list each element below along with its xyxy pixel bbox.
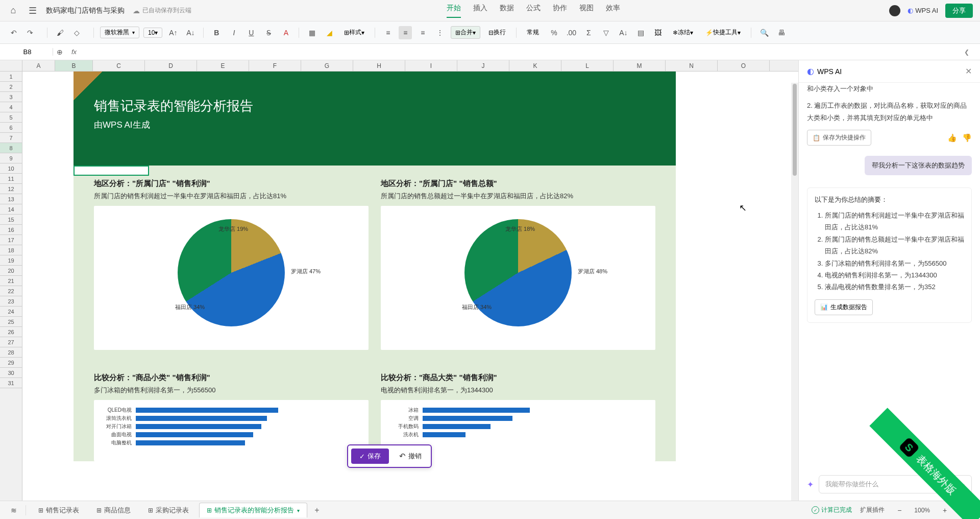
save-button[interactable]: 保存 xyxy=(351,449,389,464)
col-header[interactable]: B xyxy=(55,60,93,71)
align-left-icon[interactable]: ≡ xyxy=(381,26,395,39)
merge-button[interactable]: ⊞ 合并 ▾ xyxy=(451,26,480,39)
align-justify-icon[interactable]: ⋮ xyxy=(433,26,447,39)
row-header[interactable]: 29 xyxy=(0,358,22,368)
sort-icon[interactable]: A↓ xyxy=(617,26,630,39)
row-header[interactable]: 23 xyxy=(0,296,22,306)
clear-format-icon[interactable]: ◇ xyxy=(70,26,83,39)
conditional-format-icon[interactable]: ▤ xyxy=(634,26,647,39)
row-header[interactable]: 5 xyxy=(0,112,22,123)
format-painter-icon[interactable]: 🖌 xyxy=(54,26,67,39)
row-header[interactable]: 11 xyxy=(0,174,22,184)
italic-icon[interactable]: I xyxy=(227,26,240,39)
font-selector[interactable]: 微软雅黑 xyxy=(100,27,139,38)
magic-icon[interactable]: ✦ xyxy=(807,480,814,489)
quick-tools-button[interactable]: ⚡ 快捷工具 ▾ xyxy=(701,27,745,38)
thumbs-down-icon[interactable]: 👎 xyxy=(962,133,972,143)
col-header[interactable]: E xyxy=(197,60,249,71)
row-header[interactable]: 2 xyxy=(0,82,22,92)
sheet-tab[interactable]: 商品信息 xyxy=(89,503,138,517)
font-color-icon[interactable]: A xyxy=(279,26,292,39)
col-header[interactable]: O xyxy=(718,60,770,71)
avatar[interactable] xyxy=(889,5,900,16)
close-icon[interactable]: ✕ xyxy=(965,66,972,76)
zoom-fit-icon[interactable]: ⊕ xyxy=(53,45,66,59)
sheet-tab[interactable]: 采购记录表 xyxy=(141,503,196,517)
cell-reference[interactable]: B8 xyxy=(7,48,53,56)
formula-input[interactable] xyxy=(82,48,961,56)
strike-icon[interactable]: S̶ xyxy=(262,26,275,39)
print-icon[interactable]: 🖶 xyxy=(775,26,788,39)
align-right-icon[interactable]: ≡ xyxy=(416,26,429,39)
save-quick-op-button[interactable]: 保存为快捷操作 xyxy=(807,130,871,146)
col-header[interactable]: N xyxy=(666,60,718,71)
row-header[interactable]: 30 xyxy=(0,368,22,378)
col-header[interactable]: H xyxy=(353,60,405,71)
cell-style-button[interactable]: ⊞ 样式 ▾ xyxy=(340,27,369,38)
align-center-icon[interactable]: ≡ xyxy=(399,26,412,39)
row-header[interactable]: 26 xyxy=(0,327,22,337)
freeze-button[interactable]: ❄ 冻结 ▾ xyxy=(669,27,697,38)
vertical-scrollbar[interactable] xyxy=(791,83,798,501)
undo-button[interactable]: 撤销 xyxy=(393,449,428,464)
row-header[interactable]: 18 xyxy=(0,245,22,255)
row-header[interactable]: 27 xyxy=(0,337,22,347)
font-decrease-icon[interactable]: A↓ xyxy=(184,26,197,39)
sheet-tab[interactable]: 销售记录表 xyxy=(31,503,86,517)
layers-icon[interactable]: ≋ xyxy=(7,504,20,517)
percent-icon[interactable]: % xyxy=(547,26,560,39)
filter-icon[interactable]: ▽ xyxy=(599,26,612,39)
col-header[interactable]: G xyxy=(301,60,353,71)
col-header[interactable]: C xyxy=(93,60,145,71)
row-header[interactable]: 7 xyxy=(0,133,22,143)
borders-icon[interactable]: ▦ xyxy=(305,26,318,39)
tab-collab[interactable]: 协作 xyxy=(553,4,567,18)
row-header[interactable]: 8 xyxy=(0,143,22,153)
wps-ai-button[interactable]: WPS AI xyxy=(908,7,938,14)
sheet-tab-active[interactable]: 销售记录表的智能分析报告 xyxy=(199,503,307,517)
row-header[interactable]: 10 xyxy=(0,163,22,174)
row-header[interactable]: 16 xyxy=(0,225,22,235)
col-header[interactable]: L xyxy=(561,60,614,71)
extend-plugin[interactable]: 扩展插件 xyxy=(860,506,885,514)
tab-formula[interactable]: 公式 xyxy=(526,4,541,18)
number-format-button[interactable]: 常规 xyxy=(523,27,543,38)
row-header[interactable]: 9 xyxy=(0,153,22,163)
decimal-inc-icon[interactable]: .00 xyxy=(565,26,578,39)
image-icon[interactable]: 🖼 xyxy=(651,26,665,39)
col-header[interactable]: F xyxy=(249,60,301,71)
search-icon[interactable]: 🔍 xyxy=(757,26,771,39)
bold-icon[interactable]: B xyxy=(210,26,223,39)
row-header[interactable]: 31 xyxy=(0,378,22,388)
zoom-level[interactable]: 100% xyxy=(914,507,930,514)
col-header[interactable]: A xyxy=(22,60,55,71)
share-button[interactable]: 分享 xyxy=(945,4,973,18)
tab-efficiency[interactable]: 效率 xyxy=(606,4,620,18)
row-header[interactable]: 22 xyxy=(0,286,22,296)
fx-label[interactable]: fx xyxy=(71,48,77,56)
col-header[interactable]: D xyxy=(145,60,197,71)
row-header[interactable]: 28 xyxy=(0,347,22,358)
row-header[interactable]: 19 xyxy=(0,255,22,266)
row-header[interactable]: 12 xyxy=(0,184,22,194)
underline-icon[interactable]: U xyxy=(244,26,258,39)
add-sheet-button[interactable]: + xyxy=(310,504,324,517)
row-header[interactable]: 6 xyxy=(0,123,22,133)
menu-icon[interactable]: ☰ xyxy=(27,5,39,17)
col-header[interactable]: M xyxy=(614,60,666,71)
font-size-selector[interactable]: 10 ▾ xyxy=(143,28,162,38)
row-header[interactable]: 21 xyxy=(0,276,22,286)
row-header[interactable]: 4 xyxy=(0,102,22,112)
tab-view[interactable]: 视图 xyxy=(579,4,594,18)
generate-report-button[interactable]: 生成数据报告 xyxy=(815,299,873,315)
tab-insert[interactable]: 插入 xyxy=(473,4,487,18)
wrap-button[interactable]: ⊟ 换行 xyxy=(484,27,510,38)
fill-color-icon[interactable]: ◢ xyxy=(323,26,336,39)
home-icon[interactable]: ⌂ xyxy=(7,5,19,17)
collapse-right-icon[interactable]: ❮ xyxy=(961,46,973,58)
col-header[interactable]: I xyxy=(405,60,457,71)
redo-icon[interactable]: ↷ xyxy=(23,26,37,39)
row-header[interactable]: 17 xyxy=(0,235,22,245)
tab-start[interactable]: 开始 xyxy=(447,4,461,18)
row-header[interactable]: 1 xyxy=(0,72,22,82)
